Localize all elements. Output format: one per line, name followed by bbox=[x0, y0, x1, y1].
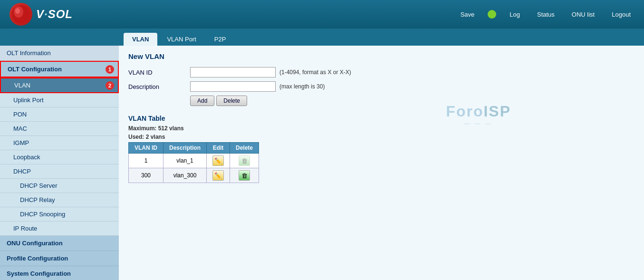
badge-2: 2 bbox=[106, 81, 114, 90]
edit-cell-1: ✏️ bbox=[207, 154, 230, 168]
sidebar-section-profile-configuration[interactable]: Profile Configuration bbox=[0, 251, 119, 266]
logo-text: V·SOL bbox=[36, 8, 73, 21]
col-vlan-id: VLAN ID bbox=[129, 143, 163, 154]
table-used-info: Used: 2 vlans bbox=[128, 134, 634, 140]
onu-list-button[interactable]: ONU list bbox=[568, 9, 598, 20]
main-layout: OLT Information OLT Configuration 1 VLAN… bbox=[0, 46, 644, 280]
status-button[interactable]: Status bbox=[533, 9, 558, 20]
sidebar: OLT Information OLT Configuration 1 VLAN… bbox=[0, 46, 119, 280]
col-delete: Delete bbox=[230, 143, 259, 154]
description-cell-2: vlan_300 bbox=[163, 168, 207, 183]
table-max-info: Maximum: 512 vlans bbox=[128, 125, 634, 132]
description-input[interactable] bbox=[190, 81, 276, 92]
edit-button-1[interactable]: ✏️ bbox=[212, 155, 224, 166]
edit-button-2[interactable]: ✏️ bbox=[212, 170, 224, 181]
badge-1: 1 bbox=[106, 65, 114, 74]
sidebar-sub-igmp[interactable]: IGMP bbox=[0, 136, 119, 150]
description-hint: (max length is 30) bbox=[279, 83, 325, 90]
sidebar-sub-mac[interactable]: MAC bbox=[0, 122, 119, 136]
table-row: 300 vlan_300 ✏️ 🗑 bbox=[129, 168, 259, 183]
sidebar-item-olt-information[interactable]: OLT Information bbox=[0, 46, 119, 61]
log-button[interactable]: Log bbox=[506, 9, 524, 20]
sidebar-sub-pon[interactable]: PON bbox=[0, 107, 119, 122]
delete-button-1[interactable]: 🗑 bbox=[239, 155, 250, 166]
vlan-id-label: VLAN ID bbox=[128, 69, 190, 76]
logout-button[interactable]: Logout bbox=[608, 9, 634, 20]
vlan-table-title: VLAN Table bbox=[128, 115, 634, 122]
sidebar-sub-dhcp-server[interactable]: DHCP Server bbox=[0, 179, 119, 193]
delete-cell-1: 🗑 bbox=[230, 154, 259, 168]
vlan-table: VLAN ID Description Edit Delete 1 vlan_1… bbox=[128, 142, 259, 183]
sidebar-section-onu-configuration[interactable]: ONU Configuration bbox=[0, 236, 119, 251]
sidebar-section-system-configuration[interactable]: System Configuration bbox=[0, 266, 119, 280]
sidebar-sub-loopback[interactable]: Loopback bbox=[0, 150, 119, 164]
delete-button-2[interactable]: 🗑 bbox=[239, 170, 250, 181]
form-btn-row: Add Delete bbox=[190, 96, 634, 106]
tab-bar: VLAN VLAN Port P2P bbox=[0, 29, 644, 46]
sidebar-sub-vlan[interactable]: VLAN 2 bbox=[0, 77, 119, 93]
sidebar-sub-ip-route[interactable]: IP Route bbox=[0, 222, 119, 236]
description-row: Description (max length is 30) bbox=[128, 81, 634, 92]
header-right: Save Log Status ONU list Logout bbox=[457, 9, 634, 20]
header: V·SOL Save Log Status ONU list Logout bbox=[0, 0, 644, 29]
delete-button[interactable]: Delete bbox=[216, 96, 247, 106]
edit-cell-2: ✏️ bbox=[207, 168, 230, 183]
delete-cell-2: 🗑 bbox=[230, 168, 259, 183]
page-title: New VLAN bbox=[128, 52, 634, 60]
vlan-id-cell-1: 1 bbox=[129, 154, 163, 168]
vlan-id-cell-2: 300 bbox=[129, 168, 163, 183]
add-button[interactable]: Add bbox=[190, 96, 214, 106]
tab-p2p[interactable]: P2P bbox=[206, 33, 235, 46]
vlan-id-hint: (1-4094, format as X or X-X) bbox=[279, 69, 351, 76]
logo-icon bbox=[10, 3, 32, 26]
svg-point-2 bbox=[15, 8, 20, 14]
vlan-id-input[interactable] bbox=[190, 67, 276, 77]
table-row: 1 vlan_1 ✏️ 🗑 bbox=[129, 154, 259, 168]
description-label: Description bbox=[128, 83, 190, 90]
col-description: Description bbox=[163, 143, 207, 154]
logo-area: V·SOL bbox=[10, 3, 73, 26]
sidebar-sub-dhcp-snooping[interactable]: DHCP Snooping bbox=[0, 207, 119, 222]
sidebar-section-olt-configuration[interactable]: OLT Configuration 1 bbox=[0, 61, 119, 77]
sidebar-sub-dhcp[interactable]: DHCP bbox=[0, 164, 119, 179]
vlan-id-row: VLAN ID (1-4094, format as X or X-X) bbox=[128, 67, 634, 77]
tab-vlan-port[interactable]: VLAN Port bbox=[158, 33, 204, 46]
sidebar-sub-uplink-port[interactable]: Uplink Port bbox=[0, 93, 119, 107]
status-dot bbox=[488, 10, 496, 19]
sidebar-sub-dhcp-relay[interactable]: DHCP Relay bbox=[0, 193, 119, 207]
save-button[interactable]: Save bbox=[457, 9, 479, 20]
tab-vlan[interactable]: VLAN bbox=[124, 33, 157, 46]
description-cell-1: vlan_1 bbox=[163, 154, 207, 168]
col-edit: Edit bbox=[207, 143, 230, 154]
content-area: New VLAN VLAN ID (1-4094, format as X or… bbox=[119, 46, 644, 280]
